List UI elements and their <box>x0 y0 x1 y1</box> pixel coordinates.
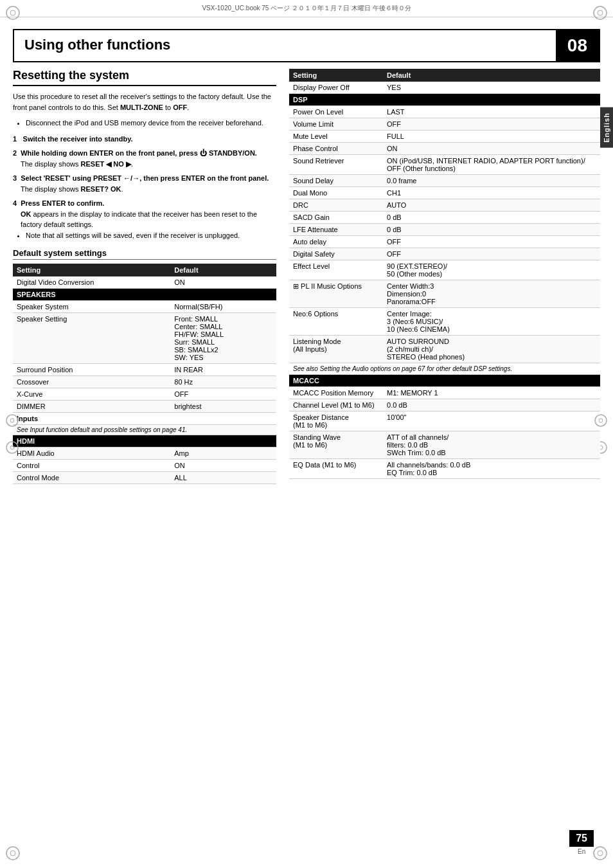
svg-point-9 <box>10 419 14 422</box>
table-row: Speaker System Normal(SB/FH) <box>13 301 276 313</box>
table-row: X-Curve OFF <box>13 388 276 401</box>
svg-point-5 <box>10 851 15 856</box>
subsection-title: Default system settings <box>13 248 276 260</box>
table-row: Standing Wave(M1 to M6) ATT of all chann… <box>289 431 600 459</box>
svg-point-11 <box>10 446 14 449</box>
main-content: Resetting the system Use this procedure … <box>13 69 600 484</box>
page-number: 75 <box>569 830 594 847</box>
table-row: MCACC Position Memory M1: MEMORY 1 <box>289 387 600 399</box>
table-row: SACD Gain 0 dB <box>289 212 600 224</box>
table-row: Dual Mono CH1 <box>289 187 600 199</box>
left-settings-table: Setting Default Digital Video Conversion… <box>13 264 276 484</box>
table-row: Speaker Distance(M1 to M6) 10'00" <box>289 411 600 431</box>
table-row: Power On Level LAST <box>289 106 600 118</box>
col-default-r: Default <box>383 69 600 82</box>
svg-point-4 <box>6 847 19 860</box>
intro-bullets: Disconnect the iPod and USB memory devic… <box>21 118 276 129</box>
english-tab: English <box>600 107 613 148</box>
svg-point-3 <box>598 10 603 15</box>
table-row: Sound Delay 0.0 frame <box>289 175 600 187</box>
bullet-item: Disconnect the iPod and USB memory devic… <box>26 118 276 129</box>
col-setting-r: Setting <box>289 69 383 82</box>
table-row: Mute Level FULL <box>289 131 600 143</box>
table-section-dsp: DSP <box>289 94 600 106</box>
svg-point-8 <box>6 415 18 426</box>
step-2: 2 While holding down ENTER on the front … <box>13 148 276 169</box>
col-default: Default <box>170 264 276 276</box>
right-settings-table: Setting Default Display Power Off YES DS… <box>289 69 600 479</box>
corner-decoration-tr <box>592 5 608 23</box>
table-row: DRC AUTO <box>289 199 600 212</box>
chapter-title: Using other functions <box>14 30 556 61</box>
corner-decoration-tl <box>5 5 21 23</box>
step-3: 3 Select 'RESET' using PRESET ←/→, then … <box>13 173 276 194</box>
table-row: Listening Mode(All Inputs) AUTO SURROUND… <box>289 336 600 363</box>
corner-decoration-bl <box>5 845 21 863</box>
svg-point-2 <box>594 6 607 19</box>
chapter-number: 08 <box>556 30 599 61</box>
svg-point-7 <box>598 851 603 856</box>
section-title: Resetting the system <box>13 69 276 86</box>
table-section-inputs: Inputs <box>13 413 276 425</box>
table-row: Surround Position IN REAR <box>13 364 276 376</box>
chapter-header: Using other functions 08 <box>13 29 600 62</box>
table-row: LFE Attenuate 0 dB <box>289 224 600 236</box>
table-row: Digital Safety OFF <box>289 248 600 260</box>
corner-decoration-br <box>592 845 608 863</box>
step-4: 4 Press ENTER to confirm. OK appears in … <box>13 198 276 240</box>
table-row: HDMI Audio Amp <box>13 448 276 460</box>
table-row: Auto delay OFF <box>289 236 600 248</box>
table-row: DIMMER brightest <box>13 401 276 413</box>
table-row: Volume Limit OFF <box>289 118 600 131</box>
step4-bullet: Note that all settings will be saved, ev… <box>26 230 276 241</box>
table-row: EQ Data (M1 to M6) All channels/bands: 0… <box>289 459 600 479</box>
right-column: English Setting Default Display Power Of… <box>289 69 600 484</box>
meta-header: VSX-1020_UC.book 75 ページ ２０１０年１月７日 木曜日 午後… <box>0 0 613 17</box>
svg-point-1 <box>10 10 15 15</box>
table-row: Control Mode ALL <box>13 472 276 484</box>
svg-point-0 <box>6 6 19 19</box>
step-1: 1 Switch the receiver into standby. <box>13 134 276 145</box>
table-section-header: SPEAKERS <box>13 289 276 301</box>
svg-point-10 <box>6 442 18 453</box>
table-row: Display Power Off YES <box>289 82 600 94</box>
page-lang: En <box>578 848 585 855</box>
table-row: Crossover 80 Hz <box>13 376 276 388</box>
svg-point-6 <box>594 847 607 860</box>
table-row: Channel Level (M1 to M6) 0.0 dB <box>289 399 600 411</box>
col-setting: Setting <box>13 264 170 276</box>
table-row: Speaker Setting Front: SMALLCenter: SMAL… <box>13 313 276 364</box>
table-note-dsp: See also Setting the Audio options on pa… <box>289 363 600 375</box>
table-row: Sound Retriever ON (iPod/USB, INTERNET R… <box>289 155 600 175</box>
table-row: Control ON <box>13 460 276 472</box>
left-circle-decorations <box>5 413 19 455</box>
table-row: Phase Control ON <box>289 143 600 155</box>
table-section-hdmi: HDMI <box>13 435 276 448</box>
left-column: Resetting the system Use this procedure … <box>13 69 289 484</box>
table-row: Neo:6 Options Center Image:3 (Neo:6 MUSI… <box>289 308 600 336</box>
page-wrapper: VSX-1020_UC.book 75 ページ ２０１０年１月７日 木曜日 午後… <box>0 0 613 868</box>
table-note-row: See Input function default and possible … <box>13 425 276 435</box>
meta-text: VSX-1020_UC.book 75 ページ ２０１０年１月７日 木曜日 午後… <box>202 4 411 13</box>
table-row: ⊞ PL II Music Options Center Width:3Dime… <box>289 280 600 308</box>
page-footer: 75 En <box>569 830 594 855</box>
table-row: Digital Video Conversion ON <box>13 276 276 289</box>
table-row: Effect Level 90 (EXT.STEREO)/50 (Other m… <box>289 260 600 280</box>
section-intro: Use this procedure to reset all the rece… <box>13 91 276 113</box>
table-section-mcacc: MCACC <box>289 375 600 387</box>
